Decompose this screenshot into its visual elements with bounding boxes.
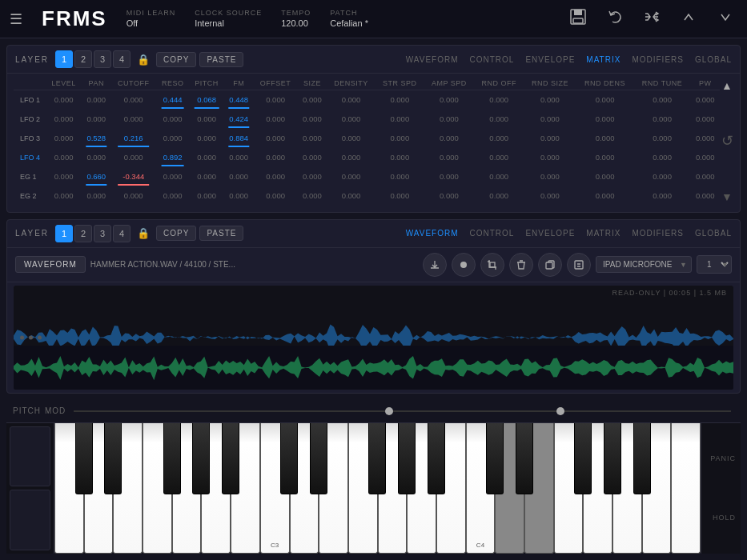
cell-value[interactable]: 0.444: [156, 90, 189, 110]
white-key[interactable]: [671, 423, 701, 554]
cell-value[interactable]: 0.000: [474, 186, 524, 206]
cell-value[interactable]: 0.000: [46, 167, 82, 186]
cell-value[interactable]: 0.000: [376, 110, 424, 129]
matrix-row[interactable]: EG 20.0000.0000.0000.0000.0000.0000.0000…: [14, 186, 720, 206]
cell-value[interactable]: 0.000: [253, 129, 298, 148]
scroll-down-icon[interactable]: ▼: [721, 191, 733, 202]
cell-value[interactable]: 0.000: [224, 167, 253, 186]
cell-value[interactable]: 0.000: [46, 90, 82, 110]
pitch-mod-track[interactable]: [74, 410, 731, 412]
cell-value[interactable]: 0.000: [576, 110, 634, 129]
cell-value[interactable]: 0.000: [298, 148, 327, 167]
black-key[interactable]: [368, 423, 386, 495]
cell-value[interactable]: 0.000: [691, 167, 720, 186]
cell-value[interactable]: 0.000: [474, 110, 524, 129]
cell-value[interactable]: 0.000: [474, 167, 524, 186]
black-key[interactable]: [574, 423, 592, 495]
cell-value[interactable]: 0.884: [224, 129, 253, 148]
cell-value[interactable]: 0.000: [424, 186, 475, 206]
cell-value[interactable]: 0.000: [691, 90, 720, 110]
scroll-up-icon[interactable]: ▲: [721, 80, 733, 91]
cell-value[interactable]: 0.000: [82, 90, 110, 110]
cell-value[interactable]: 0.000: [424, 90, 475, 110]
layer-1-btn-4[interactable]: 4: [113, 50, 131, 68]
cell-value[interactable]: 0.000: [576, 186, 634, 206]
black-key[interactable]: [398, 423, 416, 495]
cell-value[interactable]: 0.000: [189, 110, 224, 129]
copy-wave-icon-btn[interactable]: [538, 253, 562, 277]
tab-2-waveform[interactable]: WAVEFORM: [406, 229, 459, 238]
paste-wave-icon-btn[interactable]: [567, 253, 591, 277]
delete-icon-btn[interactable]: [509, 253, 533, 277]
tab-1-control[interactable]: CONTROL: [470, 55, 515, 64]
prev-patch-button[interactable]: [677, 5, 701, 33]
save-button[interactable]: [566, 5, 590, 33]
cell-value[interactable]: 0.000: [524, 90, 576, 110]
cell-value[interactable]: -0.344: [110, 167, 156, 186]
waveform-display[interactable]: READ-ONLY | 00:05 | 1.5 MB: [14, 286, 733, 390]
matrix-row[interactable]: LFO 40.0000.0000.0000.8920.0000.0000.000…: [14, 148, 720, 167]
cell-value[interactable]: 0.000: [298, 186, 327, 206]
cell-value[interactable]: 0.000: [634, 129, 691, 148]
cell-value[interactable]: 0.000: [376, 129, 424, 148]
matrix-row[interactable]: LFO 10.0000.0000.0000.4440.0680.4480.000…: [14, 90, 720, 110]
cell-value[interactable]: 0.448: [224, 90, 253, 110]
cell-value[interactable]: 0.000: [424, 129, 475, 148]
cell-value[interactable]: 0.000: [224, 186, 253, 206]
tab-2-modifiers[interactable]: MODIFIERS: [632, 229, 684, 238]
cell-value[interactable]: 0.000: [424, 148, 475, 167]
layer-1-btn-3[interactable]: 3: [94, 50, 111, 68]
cell-value[interactable]: 0.000: [253, 167, 298, 186]
tab-1-waveform[interactable]: WAVEFORM: [406, 55, 459, 64]
cell-value[interactable]: 0.000: [691, 186, 720, 206]
black-key[interactable]: [222, 423, 239, 495]
cell-value[interactable]: 0.000: [524, 167, 576, 186]
cell-value[interactable]: 0.000: [82, 186, 110, 206]
cell-value[interactable]: 0.068: [189, 90, 224, 110]
next-patch-button[interactable]: [713, 5, 737, 33]
cell-value[interactable]: 0.000: [691, 148, 720, 167]
cell-value[interactable]: 0.000: [576, 167, 634, 186]
undo-matrix-icon[interactable]: ↺: [721, 134, 733, 148]
cell-value[interactable]: 0.000: [46, 129, 82, 148]
cell-value[interactable]: 0.000: [474, 129, 524, 148]
cell-value[interactable]: 0.424: [224, 110, 253, 129]
cell-value[interactable]: 0.000: [376, 186, 424, 206]
tab-1-matrix[interactable]: MATRIX: [586, 55, 620, 64]
black-key[interactable]: [310, 423, 327, 495]
layer-2-lock-icon[interactable]: 🔒: [137, 227, 150, 239]
cell-value[interactable]: 0.000: [634, 90, 691, 110]
cell-value[interactable]: 0.000: [424, 110, 475, 129]
cell-value[interactable]: 0.000: [327, 90, 376, 110]
cell-value[interactable]: 0.000: [576, 90, 634, 110]
layer-1-btn-2[interactable]: 2: [74, 50, 92, 68]
cell-value[interactable]: 0.000: [327, 186, 376, 206]
cell-value[interactable]: 0.000: [634, 148, 691, 167]
cell-value[interactable]: 0.000: [46, 148, 82, 167]
cell-value[interactable]: 0.000: [156, 129, 189, 148]
pitch-mod-thumb-2[interactable]: [556, 407, 564, 415]
cell-value[interactable]: 0.000: [110, 186, 156, 206]
cell-value[interactable]: 0.000: [474, 148, 524, 167]
cell-value[interactable]: 0.000: [576, 148, 634, 167]
cell-value[interactable]: 0.000: [110, 148, 156, 167]
cell-value[interactable]: 0.528: [82, 129, 110, 148]
cell-value[interactable]: 0.000: [327, 148, 376, 167]
cell-value[interactable]: 0.000: [156, 167, 189, 186]
black-key[interactable]: [486, 423, 504, 495]
cell-value[interactable]: 0.000: [691, 129, 720, 148]
cell-value[interactable]: 0.000: [298, 129, 327, 148]
cell-value[interactable]: 0.660: [82, 167, 110, 186]
cell-value[interactable]: 0.000: [298, 167, 327, 186]
cell-value[interactable]: 0.000: [82, 148, 110, 167]
cell-value[interactable]: 0.000: [156, 110, 189, 129]
waveform-type-button[interactable]: WAVEFORM: [15, 256, 86, 273]
black-key[interactable]: [633, 423, 651, 495]
cell-value[interactable]: 0.216: [110, 129, 156, 148]
tab-2-control[interactable]: CONTROL: [470, 229, 515, 238]
layer-2-btn-1[interactable]: 1: [55, 225, 73, 242]
cell-value[interactable]: 0.000: [46, 186, 82, 206]
cell-value[interactable]: 0.000: [424, 167, 475, 186]
layer-1-paste-button[interactable]: PASTE: [199, 52, 243, 67]
black-key[interactable]: [104, 423, 122, 495]
